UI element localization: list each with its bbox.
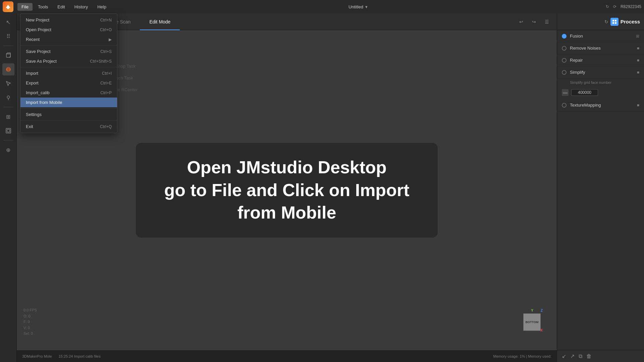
instruction-line1: Open JMstudio Desktop (156, 156, 418, 179)
panel-import-icon[interactable]: ↗ (570, 353, 575, 359)
simplify-circle (562, 70, 567, 75)
redo-btn[interactable]: ↪ (529, 17, 539, 26)
menu-item-save-as[interactable]: Save As Project Ctrl+Shift+S (20, 56, 117, 66)
axis-x-label: X (540, 328, 543, 332)
ghost-item-2: vitch Task (114, 75, 138, 80)
menu-item-new-project[interactable]: New Project Ctrl+N (20, 15, 117, 25)
file-dropdown-menu: New Project Ctrl+N Open Project Ctrl+O R… (20, 13, 117, 133)
dots-icon[interactable]: ⠿ (2, 30, 14, 42)
panel-item-remove-noises[interactable]: Remove Noises ■ (557, 42, 644, 54)
menu-btn[interactable]: ☰ (542, 17, 551, 26)
svg-rect-9 (612, 20, 614, 21)
simplify-value-row: — (557, 88, 644, 99)
ghost-context-items: t/Stop Task vitch Task ate RCenter (114, 64, 138, 92)
panel-item-texture-mapping[interactable]: TextureMapping ■ (557, 99, 644, 111)
fusion-circle (562, 34, 567, 39)
panel-item-simplify[interactable]: Simplify ■ (557, 66, 644, 78)
simplify-label: Simplify (570, 70, 634, 75)
svg-rect-7 (6, 128, 11, 133)
version-text: R82922345 (621, 4, 641, 9)
menu-item-exit[interactable]: Exit Ctrl+Q (20, 122, 117, 131)
menu-help[interactable]: Help (93, 3, 110, 11)
menu-item-export[interactable]: Export Ctrl+E (20, 78, 117, 88)
panel-bottom: ↙ ↗ ⧉ 🗑 (557, 350, 644, 362)
sidebar-divider-3 (3, 140, 13, 140)
svg-rect-12 (615, 22, 616, 24)
tab-edit-mode[interactable]: Edit Mode (140, 13, 180, 30)
cube-face[interactable]: BOTTOM (523, 313, 541, 331)
panel-item-repair[interactable]: Repair ■ (557, 54, 644, 66)
add-icon[interactable]: ⊕ (2, 144, 14, 156)
menu-tools[interactable]: Tools (34, 3, 52, 11)
remove-noises-icon: ■ (637, 46, 639, 51)
layers-icon[interactable] (2, 125, 14, 137)
panel-delete-icon[interactable]: 🗑 (586, 353, 592, 359)
simplify-minus-btn[interactable]: — (562, 89, 569, 96)
menu-edit[interactable]: Edit (53, 3, 69, 11)
menu-items: File Tools Edit History Help (17, 3, 110, 11)
menu-divider-2 (20, 67, 117, 67)
viewport-indicator: Y Z BOTTOM X (520, 310, 543, 334)
panel-sync-icon: ↻ (604, 19, 608, 24)
memory-usage: Memory usage: 1% | Memory used: (493, 354, 551, 358)
fusion-label: Fusion (570, 34, 633, 39)
repair-label: Repair (570, 58, 634, 63)
panel-copy-icon[interactable]: ⧉ (579, 353, 582, 359)
menu-item-settings[interactable]: Settings (20, 110, 117, 119)
refresh-icon[interactable]: ↻ (606, 4, 609, 9)
title-center: Untitled ▾ (110, 4, 606, 9)
panel-export-icon[interactable]: ↙ (562, 353, 566, 359)
fps-overlay: 0.0 FPS O: 0 F: 0 V: 0 Sel: 0 (23, 307, 37, 337)
menu-item-save[interactable]: Save Project Ctrl+S (20, 47, 117, 56)
status-bar: 3DMakerPro Mole 15:25:24 Import calib fi… (17, 350, 557, 362)
undo-btn[interactable]: ↩ (517, 17, 526, 26)
menu-item-import[interactable]: Import Ctrl+I (20, 68, 117, 78)
menu-item-recent[interactable]: Recent ▶ (20, 35, 117, 44)
simplify-desc: Simplify grid face number (557, 78, 644, 88)
process-icon (610, 18, 619, 26)
svg-point-0 (7, 7, 9, 9)
viewport-cube[interactable]: Y Z BOTTOM X (520, 310, 543, 334)
menu-bar: File Tools Edit History Help Untitled ▾ … (0, 0, 644, 13)
menu-divider-4 (20, 120, 117, 121)
right-panel: ↻ Process Fusion ⊞ Remove Noises ■ (557, 13, 644, 362)
remove-noises-label: Remove Noises (570, 46, 634, 51)
repair-icon: ■ (637, 58, 639, 63)
axis-y-label: Y (531, 309, 533, 312)
sync-icon[interactable]: ⟳ (613, 4, 616, 9)
sidebar-divider-1 (3, 46, 13, 46)
process-button[interactable]: Process (621, 19, 640, 24)
sel-count: Sel: 0 (23, 331, 37, 337)
right-panel-header: ↻ Process (557, 13, 644, 30)
magnet-icon[interactable]: ⚲ (2, 92, 14, 104)
status-log: 15:25:24 Import calib files (59, 354, 101, 358)
fusion-icon: ⊞ (636, 34, 639, 39)
cube-icon[interactable] (2, 49, 14, 61)
svg-rect-11 (612, 22, 614, 24)
vertex-count: V: 0 (23, 325, 37, 331)
title-dropdown-icon[interactable]: ▾ (365, 4, 368, 9)
panel-item-fusion[interactable]: Fusion ⊞ (557, 30, 644, 42)
selection-icon[interactable] (2, 77, 14, 89)
left-sidebar: ↖ ⠿ ⚲ ⊞ (0, 13, 17, 362)
menu-item-open-project[interactable]: Open Project Ctrl+O (20, 25, 117, 35)
sidebar-divider-2 (3, 107, 13, 107)
fps-value: 0.0 FPS (23, 307, 37, 313)
instruction-box: Open JMstudio Desktop go to File and Cli… (136, 143, 438, 238)
app-name-status: 3DMakerPro Mole (22, 354, 52, 358)
texture-circle (562, 103, 567, 108)
menu-history[interactable]: History (70, 3, 92, 11)
simplify-input[interactable] (571, 89, 598, 96)
cursor-icon[interactable]: ↖ (2, 16, 14, 28)
menu-divider-3 (20, 108, 117, 109)
menu-item-import-calib[interactable]: Import_calib Ctrl+P (20, 88, 117, 98)
menu-item-import-mobile[interactable]: Import from Mobile (20, 98, 117, 107)
grid2-icon[interactable]: ⊞ (2, 111, 14, 123)
tab-actions: ↩ ↪ ☰ (517, 17, 551, 26)
repair-circle (562, 58, 567, 63)
object-icon[interactable] (2, 63, 14, 75)
ghost-item-3: ate RCenter (114, 87, 138, 92)
menu-file[interactable]: File (17, 3, 33, 11)
svg-rect-10 (615, 20, 616, 21)
instruction-line2: go to File and Click on Import from Mobi… (156, 179, 418, 224)
